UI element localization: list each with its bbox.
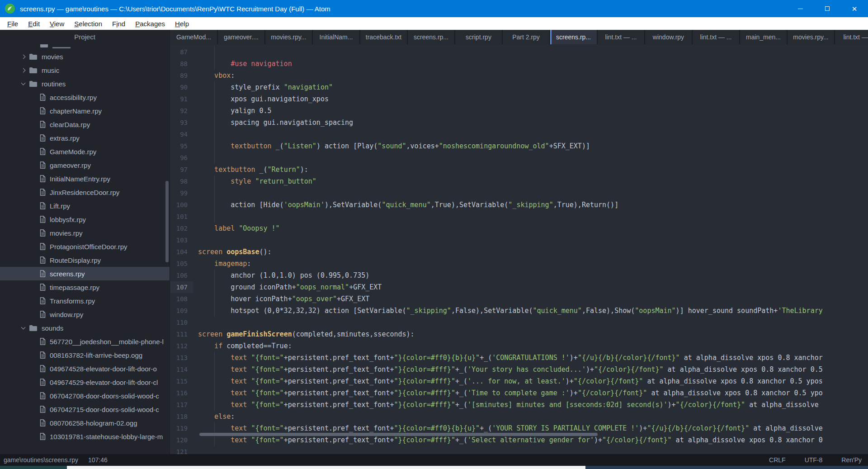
tree-item-cleardata-rpy[interactable]: clearData.rpy xyxy=(0,118,170,131)
line-number[interactable]: 90 xyxy=(170,81,193,93)
tab-lint-txt[interactable]: lint.txt — ... xyxy=(693,30,739,44)
code-line-121[interactable]: 121 xyxy=(170,446,868,454)
tree-item-initialnameentry-rpy[interactable]: InitialNameEntry.rpy xyxy=(0,172,170,185)
tree-item-067042708-door-doors-solid-wood-c[interactable]: 067042708-door-doors-solid-wood-c xyxy=(0,389,170,403)
tree-item-window-rpy[interactable]: window.rpy xyxy=(0,308,170,321)
code-line-97[interactable]: 97textbutton _("Return"): xyxy=(170,164,868,175)
tree-item-transforms-rpy[interactable]: Transforms.rpy xyxy=(0,294,170,308)
code-line-93[interactable]: 93spacing gui.navigation_spacing xyxy=(170,117,868,128)
line-number[interactable]: 99 xyxy=(170,187,193,199)
line-number[interactable]: 116 xyxy=(170,387,193,399)
code-line-114[interactable]: 114text "{font="+persistent.pref_text_fo… xyxy=(170,364,868,375)
code-line-96[interactable]: 96 xyxy=(170,152,868,164)
editor-horizontal-scrollbar[interactable] xyxy=(199,433,598,436)
tab-gameover[interactable]: gameover.... xyxy=(218,30,264,44)
tree-item-accessibility-rpy[interactable]: accessibility.rpy xyxy=(0,90,170,104)
tree-item-lobbysfx-rpy[interactable]: lobbysfx.rpy xyxy=(0,213,170,226)
tree-item-jinxresidencedoor-rpy[interactable]: JinxResidenceDoor.rpy xyxy=(0,185,170,199)
line-number[interactable]: 87 xyxy=(170,46,193,58)
tree-item-routedisplay-rpy[interactable]: RouteDisplay.rpy xyxy=(0,253,170,267)
line-number[interactable]: 120 xyxy=(170,434,193,446)
line-number[interactable]: 93 xyxy=(170,117,193,128)
tree-item-movies[interactable]: movies xyxy=(0,50,170,63)
chevron-right-icon[interactable] xyxy=(21,68,26,72)
line-number[interactable]: 105 xyxy=(170,258,193,270)
line-number[interactable]: 113 xyxy=(170,352,193,364)
tab-window-rpy[interactable]: window.rpy xyxy=(645,30,692,44)
menu-item-file[interactable]: File xyxy=(2,20,23,28)
cursor-position[interactable]: 107:46 xyxy=(88,456,108,464)
code-line-94[interactable]: 94 xyxy=(170,128,868,140)
line-number[interactable]: 104 xyxy=(170,246,193,258)
menu-item-help[interactable]: Help xyxy=(170,20,194,28)
code-line-99[interactable]: 99 xyxy=(170,187,868,199)
code-line-105[interactable]: 105imagemap: xyxy=(170,258,868,270)
tree-item-008163782-lift-arrive-beep-ogg[interactable]: 008163782-lift-arrive-beep.ogg xyxy=(0,348,170,362)
menu-item-packages[interactable]: Packages xyxy=(130,20,170,28)
code-line-103[interactable]: 103 xyxy=(170,234,868,246)
code-line-111[interactable]: 111screen gameFinishScreen(completed,smi… xyxy=(170,328,868,340)
line-number[interactable]: 94 xyxy=(170,128,193,140)
code-line-107[interactable]: 107ground iconPath+"oops_normal"+GFX_EXT xyxy=(170,281,868,293)
line-number[interactable]: 112 xyxy=(170,340,193,352)
code-line-88[interactable]: 88#use navigation xyxy=(170,58,868,70)
project-tree[interactable]: moviesmusicroutinesaccessibility.rpychap… xyxy=(0,44,170,454)
code-line-91[interactable]: 91xpos gui.navigation_xpos xyxy=(170,93,868,105)
code-line-110[interactable]: 110 xyxy=(170,317,868,328)
tree-item-timepassage-rpy[interactable]: timepassage.rpy xyxy=(0,280,170,294)
code-line-100[interactable]: 100action [Hide('oopsMain'),SetVariable(… xyxy=(170,199,868,211)
tree-item-movies-rpy[interactable]: movies.rpy xyxy=(0,226,170,240)
menu-item-selection[interactable]: Selection xyxy=(69,20,107,28)
code-line-112[interactable]: 112if completed==True: xyxy=(170,340,868,352)
tab-main-men[interactable]: main_men... xyxy=(740,30,787,44)
code-line-104[interactable]: 104screen oopsBase(): xyxy=(170,246,868,258)
code-line-106[interactable]: 106anchor (1.0,1.0) pos (0.995,0.735) xyxy=(170,270,868,281)
line-number[interactable]: 91 xyxy=(170,93,193,105)
code-line-102[interactable]: 102label "Ooopsy !" xyxy=(170,223,868,234)
code-line-98[interactable]: 98style "return_button" xyxy=(170,175,868,187)
line-number[interactable]: 111 xyxy=(170,328,193,340)
tab-gamemod[interactable]: GameMod... xyxy=(170,30,217,44)
line-number[interactable]: 109 xyxy=(170,305,193,317)
menu-item-view[interactable]: View xyxy=(45,20,69,28)
line-number[interactable]: 119 xyxy=(170,422,193,434)
tab-screens-rp-active[interactable]: screens.rp... xyxy=(550,30,597,44)
code-line-109[interactable]: 109hotspot (0,0*32,32,32) action [SetVar… xyxy=(170,305,868,317)
tree-item-lift-rpy[interactable]: Lift.rpy xyxy=(0,199,170,213)
tab-lint-txt[interactable]: lint.txt —... xyxy=(835,30,868,44)
line-number[interactable]: 117 xyxy=(170,399,193,411)
line-number[interactable]: 96 xyxy=(170,152,193,164)
tree-item-049674528-elevator-door-lift-door-o[interactable]: 049674528-elevator-door-lift-door-o xyxy=(0,362,170,375)
code-line-87[interactable]: 87 xyxy=(170,46,868,58)
line-number[interactable]: 108 xyxy=(170,293,193,305)
code-line-95[interactable]: 95textbutton _("Listen") action [Play("s… xyxy=(170,140,868,152)
menu-item-edit[interactable]: Edit xyxy=(23,20,45,28)
tree-item-gamemode-rpy[interactable]: GameMode.rpy xyxy=(0,145,170,158)
tree-item-chaptername-rpy[interactable]: chapterName.rpy xyxy=(0,104,170,118)
line-number[interactable]: 110 xyxy=(170,317,193,328)
code-line-108[interactable]: 108hover iconPath+"oops_over"+GFX_EXT xyxy=(170,293,868,305)
tab-movies-rpy[interactable]: movies.rpy... xyxy=(265,30,312,44)
minimize-button[interactable] xyxy=(787,0,814,17)
line-number[interactable]: 102 xyxy=(170,223,193,234)
line-number[interactable]: 100 xyxy=(170,199,193,211)
menu-item-find[interactable]: Find xyxy=(107,20,130,28)
tree-item-music[interactable]: music xyxy=(0,63,170,77)
line-number[interactable]: 107 xyxy=(170,281,193,293)
code-line-92[interactable]: 92yalign 0.5 xyxy=(170,105,868,117)
code-line-113[interactable]: 113text "{font="+persistent.pref_text_fo… xyxy=(170,352,868,364)
line-number[interactable]: 88 xyxy=(170,58,193,70)
chevron-down-icon[interactable] xyxy=(21,325,26,330)
chevron-right-icon[interactable] xyxy=(21,54,26,59)
tab-initialnam[interactable]: InitialNam... xyxy=(313,30,359,44)
close-button[interactable]: ✕ xyxy=(841,0,868,17)
tree-item-567720-joedeshon-mobile-phone-l[interactable]: 567720__joedeshon__mobile-phone-l xyxy=(0,335,170,348)
tree-item-sounds[interactable]: sounds xyxy=(0,321,170,335)
maximize-button[interactable] xyxy=(814,0,841,17)
line-number[interactable]: 97 xyxy=(170,164,193,175)
tab-screens-rp[interactable]: screens.rp... xyxy=(408,30,454,44)
line-number[interactable]: 106 xyxy=(170,270,193,281)
code-editor[interactable]: 8788#use navigation89vbox:90style_prefix… xyxy=(170,44,868,454)
tree-item-049674529-elevator-door-lift-door-cl[interactable]: 049674529-elevator-door-lift-door-cl xyxy=(0,375,170,389)
line-number[interactable]: 121 xyxy=(170,446,193,454)
